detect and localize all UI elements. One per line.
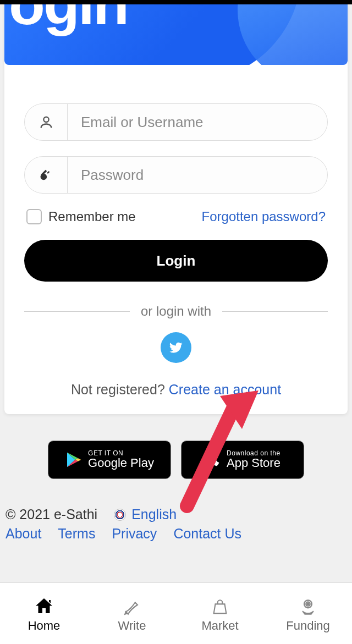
nav-funding[interactable]: Funding [264,583,352,644]
login-button[interactable]: Login [24,240,328,282]
key-icon [25,157,68,193]
bottom-nav: Home Write Market Funding [0,582,352,644]
language-link[interactable]: English [131,507,177,522]
google-play-icon [65,450,82,470]
nav-write[interactable]: Write [88,583,176,644]
nav-funding-label: Funding [286,619,330,633]
google-play-badge[interactable]: GET IT ON Google Play [48,441,171,479]
apple-icon [205,450,221,470]
store-badges: GET IT ON Google Play Download on the Ap… [0,414,352,502]
user-icon [25,104,68,140]
flag-icon [114,509,126,521]
privacy-link[interactable]: Privacy [112,526,157,542]
register-prompt: Not registered? [71,382,169,397]
login-card: ogin Remember me Forgotten password? Log… [4,4,348,414]
social-row [24,332,328,363]
options-row: Remember me Forgotten password? [24,209,328,240]
register-row: Not registered? Create an account [24,382,328,398]
market-icon [211,595,229,617]
funding-icon [298,595,318,617]
svg-rect-3 [47,171,50,174]
footer: © 2021 e-Sathi English About Terms Priva… [0,502,352,542]
svg-point-0 [43,117,48,122]
login-form: Remember me Forgotten password? Login or… [4,65,348,398]
divider-text: or login with [141,304,211,319]
terms-link[interactable]: Terms [58,526,95,542]
nav-market-label: Market [201,619,238,633]
hero-title: ogin [9,4,128,38]
divider: or login with [24,304,328,319]
remember-checkbox[interactable] [26,209,42,224]
remember-label: Remember me [48,209,136,224]
password-group [24,156,328,194]
email-group [24,103,328,141]
about-link[interactable]: About [6,526,41,542]
app-store-badge[interactable]: Download on the App Store [181,441,304,479]
home-icon [34,595,54,617]
nav-home-label: Home [28,619,61,633]
nav-market[interactable]: Market [176,583,264,644]
nav-write-label: Write [118,619,146,633]
copyright: © 2021 e-Sathi [6,507,97,522]
twitter-icon [168,340,184,355]
write-icon [122,595,142,617]
hero: ogin [4,4,348,65]
nav-home[interactable]: Home [0,583,88,644]
apple-large: App Store [227,456,280,470]
twitter-login-button[interactable] [161,332,191,363]
forgot-password-link[interactable]: Forgotten password? [202,209,326,224]
status-bar [0,0,352,4]
email-input[interactable] [68,114,327,131]
password-input[interactable] [68,167,327,184]
google-large: Google Play [88,456,154,470]
remember-me[interactable]: Remember me [26,209,136,224]
create-account-link[interactable]: Create an account [169,382,281,397]
contact-link[interactable]: Contact Us [173,526,241,542]
